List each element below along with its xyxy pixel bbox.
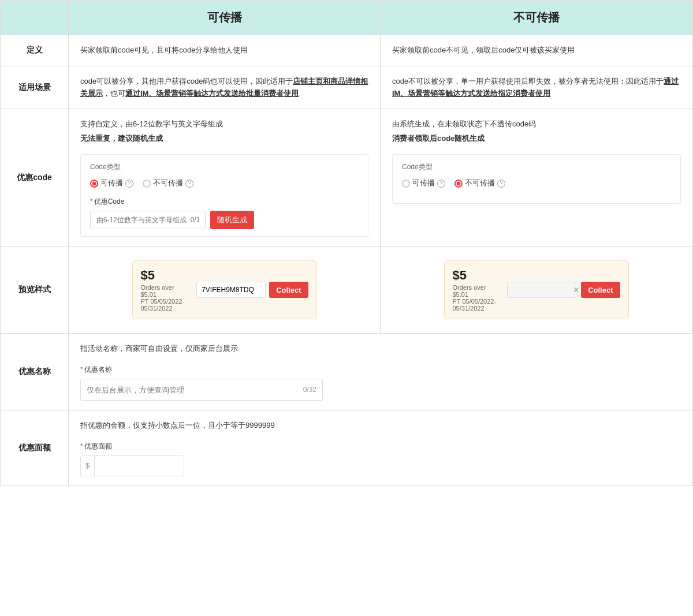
name-field-label: *优惠名称 (80, 364, 323, 375)
preview-card-left: $5 Orders over $5.01 PT 05/05/2022-05/31… (141, 268, 190, 312)
radio-nonspreadable-label: 不可传播 (153, 177, 183, 189)
name-label: 优惠名称 (1, 334, 69, 410)
radio-nonspreadable-circle (143, 180, 151, 188)
preview-row: 预览样式 $5 Orders over $5.01 PT 05/05/2022-… (1, 246, 692, 333)
scenario-col1-text2: ，也可 (103, 89, 125, 98)
preview-col1: $5 Orders over $5.01 PT 05/05/2022-05/31… (69, 247, 381, 333)
radio-nonspreadable-circle-col2 (454, 180, 463, 188)
preview-amount-col1: $5 (141, 268, 190, 283)
definition-label: 定义 (1, 35, 69, 66)
code-col2-line1: 由系统生成，在未领取状态下不透传code码 (392, 118, 681, 130)
preview-date-col2: PT 05/05/2022-05/31/2022 (453, 298, 501, 312)
definition-col1: 买家领取前code可见，且可将code分享给他人使用 (69, 35, 381, 66)
radio-spreadable-label-col2: 可传播 (412, 177, 435, 189)
header-row: 可传播 不可传播 (1, 1, 692, 35)
code-col2-bold: 消费者领取后code随机生成 (392, 133, 681, 145)
code-row: 优惠code 支持自定义，由6-12位数字与英文字母组成 无法重复，建议随机生成… (1, 109, 692, 246)
definition-row: 定义 买家领取前code可见，且可将code分享给他人使用 买家领取前code不… (1, 35, 692, 66)
code-type-box-col2: Code类型 可传播 ? 不可传播 ? (392, 154, 681, 204)
name-row: 优惠名称 指活动名称，商家可自由设置，仅商家后台展示 *优惠名称 0/32 (1, 333, 692, 410)
code-col1-bold: 无法重复，建议随机生成 (80, 133, 368, 145)
preview-card-col1: $5 Orders over $5.01 PT 05/05/2022-05/31… (132, 260, 317, 319)
radio-spreadable-circle-col2 (402, 180, 410, 188)
collect-button-col1[interactable]: Collect (269, 282, 308, 298)
radio-nonspreadable-label-col2: 不可传播 (465, 177, 495, 189)
amount-row: 优惠面额 指优惠的金额，仅支持小数点后一位，且小于等于9999999 *优惠面额… (1, 410, 692, 486)
help-icon-spreadable[interactable]: ? (125, 180, 133, 188)
help-icon-nonspreadable-col2[interactable]: ? (497, 180, 505, 188)
preview-card-col2: $5 Orders over $5.01 PT 05/05/2022-05/31… (444, 260, 629, 319)
scenario-col1-text1: code可以被分享，其他用户获得code码也可以使用，因此适用于 (80, 77, 293, 85)
generate-button[interactable]: 随机生成 (210, 211, 254, 229)
scenario-col2: code不可以被分享，单一用户获得使用后即失效，被分享者无法使用；因此适用于通过… (381, 66, 692, 109)
radio-spreadable-circle (90, 180, 98, 188)
scenario-label: 适用场景 (1, 66, 69, 109)
close-icon: ✕ (573, 285, 580, 294)
field-label-code: *优惠Code (90, 196, 359, 207)
definition-col2: 买家领取前code不可见，领取后code仅可被该买家使用 (381, 35, 692, 66)
code-label: 优惠code (1, 109, 69, 246)
help-icon-spreadable-col2[interactable]: ? (437, 180, 445, 188)
radio-spreadable-label: 可传播 (100, 177, 123, 189)
radio-spreadable[interactable]: 可传播 ? (90, 177, 133, 189)
radio-spreadable-col2[interactable]: 可传播 ? (402, 177, 445, 189)
header-col2: 不可传播 (381, 1, 692, 35)
preview-condition-col2: Orders over $5.01 (453, 284, 501, 298)
radio-nonspreadable-col2[interactable]: 不可传播 ? (454, 177, 505, 189)
scenario-col1-bold2: 通过IM、场景营销等触达方式发送给批量消费者使用 (125, 89, 299, 98)
name-cell: 指活动名称，商家可自由设置，仅商家后台展示 *优惠名称 0/32 (69, 334, 692, 410)
code-col1-line1: 支持自定义，由6-12位数字与英文字母组成 (80, 118, 368, 130)
code-type-label-col1: Code类型 (90, 162, 359, 173)
help-icon-nonspreadable[interactable]: ? (185, 180, 193, 188)
header-corner (1, 1, 69, 35)
radio-group-col1: 可传播 ? 不可传播 ? (90, 177, 359, 189)
code-type-box-col1: Code类型 可传播 ? 不可传播 ? *优惠Code (80, 154, 368, 237)
scenario-col1: code可以被分享，其他用户获得code码也可以使用，因此适用于店铺主页和商品详… (69, 66, 381, 109)
name-input[interactable] (81, 379, 297, 400)
amount-input[interactable] (95, 457, 184, 475)
collect-button-col2[interactable]: Collect (581, 282, 620, 298)
code-input[interactable] (90, 211, 206, 229)
preview-date-col1: PT 05/05/2022-05/31/2022 (141, 298, 190, 312)
name-char-count: 0/32 (297, 384, 322, 395)
preview-code-input-col1[interactable] (196, 282, 266, 298)
name-input-wrapper: 0/32 (80, 379, 323, 401)
name-desc: 指活动名称，商家可自由设置，仅商家后台展示 (80, 343, 681, 355)
currency-symbol: $ (81, 456, 95, 476)
header-col1: 可传播 (69, 1, 381, 35)
radio-group-col2: 可传播 ? 不可传播 ? (402, 177, 671, 189)
radio-nonspreadable[interactable]: 不可传播 ? (143, 177, 193, 189)
preview-code-input-col2 (507, 282, 576, 298)
amount-cell: 指优惠的金额，仅支持小数点后一位，且小于等于9999999 *优惠面额 $ (69, 410, 692, 486)
preview-card-left-col2: $5 Orders over $5.01 PT 05/05/2022-05/31… (453, 268, 501, 312)
scenario-col2-text1: code不可以被分享，单一用户获得使用后即失效，被分享者无法使用；因此适用于 (392, 77, 664, 85)
code-input-group: 随机生成 (90, 211, 359, 229)
code-col1: 支持自定义，由6-12位数字与英文字母组成 无法重复，建议随机生成 Code类型… (69, 109, 381, 246)
preview-amount-col2: $5 (453, 268, 501, 283)
preview-label: 预览样式 (1, 247, 69, 333)
amount-label: 优惠面额 (1, 410, 69, 486)
scenario-row: 适用场景 code可以被分享，其他用户获得code码也可以使用，因此适用于店铺主… (1, 66, 692, 109)
amount-input-wrapper: $ (80, 456, 184, 476)
amount-field-label: *优惠面额 (80, 441, 254, 452)
preview-col2: $5 Orders over $5.01 PT 05/05/2022-05/31… (381, 247, 692, 333)
code-col2: 由系统生成，在未领取状态下不透传code码 消费者领取后code随机生成 Cod… (381, 109, 692, 246)
preview-condition-col1: Orders over $5.01 (141, 284, 190, 298)
amount-desc: 指优惠的金额，仅支持小数点后一位，且小于等于9999999 (80, 420, 681, 432)
code-type-label-col2: Code类型 (402, 162, 671, 173)
